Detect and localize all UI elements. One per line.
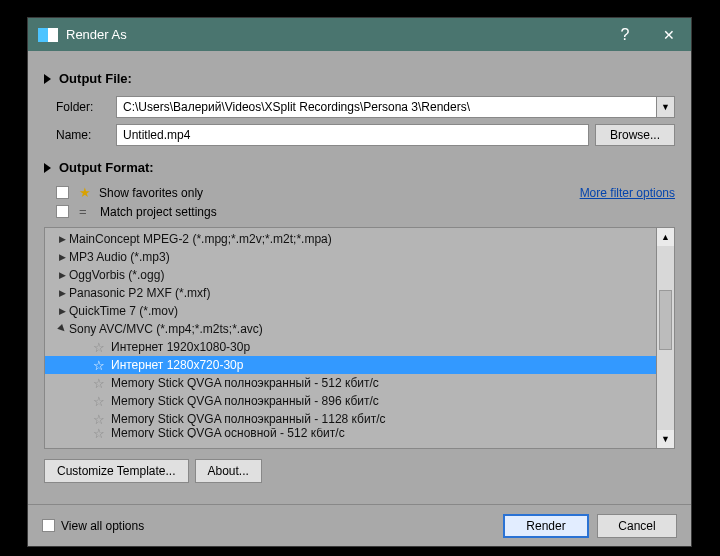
more-filter-link[interactable]: More filter options [580,186,675,200]
output-format-heading: Output Format: [59,160,154,175]
output-file-heading: Output File: [59,71,132,86]
name-input[interactable] [116,124,589,146]
scrollbar[interactable]: ▲ ▼ [656,228,674,448]
star-outline-icon: ☆ [93,412,105,427]
preset-item-selected[interactable]: ☆Интернет 1280x720-30p [45,356,656,374]
output-file-section: Output File: [44,71,675,86]
format-tree: ▶MainConcept MPEG-2 (*.mpg;*.m2v;*.m2t;*… [44,227,675,449]
collapse-icon[interactable] [44,163,51,173]
tree-item[interactable]: ▶MainConcept MPEG-2 (*.mpg;*.m2v;*.m2t;*… [45,230,656,248]
customize-template-button[interactable]: Customize Template... [44,459,189,483]
close-button[interactable]: ✕ [647,18,691,51]
preset-item[interactable]: ☆Memory Stick QVGA полноэкранный - 512 к… [45,374,656,392]
match-icon: = [79,204,92,219]
scroll-thumb[interactable] [659,290,672,350]
preset-item[interactable]: ☆Memory Stick QVGA полноэкранный - 1128 … [45,410,656,428]
footer: View all options Render Cancel [28,504,691,546]
favorites-checkbox[interactable] [56,186,69,199]
app-icon [38,28,58,42]
star-icon: ★ [79,185,91,200]
output-format-section: Output Format: [44,160,675,175]
tree-item-expanded[interactable]: ▶Sony AVC/MVC (*.mp4;*.m2ts;*.avc) [45,320,656,338]
preset-item[interactable]: ☆Интернет 1920x1080-30p [45,338,656,356]
tree-item[interactable]: ▶QuickTime 7 (*.mov) [45,302,656,320]
window-title: Render As [66,27,603,42]
name-label: Name: [56,128,116,142]
browse-button[interactable]: Browse... [595,124,675,146]
render-button[interactable]: Render [503,514,589,538]
view-all-label: View all options [61,519,503,533]
folder-label: Folder: [56,100,116,114]
tree-item[interactable]: ▶Panasonic P2 MXF (*.mxf) [45,284,656,302]
render-as-dialog: Render As ? ✕ Output File: Folder: C:\Us… [27,17,692,547]
about-button[interactable]: About... [195,459,262,483]
help-button[interactable]: ? [603,18,647,51]
match-project-checkbox[interactable] [56,205,69,218]
folder-value: C:\Users\Валерий\Videos\XSplit Recording… [123,100,470,114]
favorites-label: Show favorites only [99,186,203,200]
match-project-label: Match project settings [100,205,217,219]
tree-item[interactable]: ▶OggVorbis (*.ogg) [45,266,656,284]
cancel-button[interactable]: Cancel [597,514,677,538]
view-all-checkbox[interactable] [42,519,55,532]
star-outline-icon: ☆ [93,428,105,438]
scroll-down-icon[interactable]: ▼ [657,430,674,448]
star-outline-icon: ☆ [93,340,105,355]
star-outline-icon: ☆ [93,376,105,391]
chevron-down-icon[interactable]: ▼ [656,97,674,117]
titlebar: Render As ? ✕ [28,18,691,51]
collapse-icon[interactable] [44,74,51,84]
scroll-up-icon[interactable]: ▲ [657,228,674,246]
star-outline-icon: ☆ [93,358,105,373]
preset-item[interactable]: ☆Memory Stick QVGA полноэкранный - 896 к… [45,392,656,410]
star-outline-icon: ☆ [93,394,105,409]
tree-item[interactable]: ▶MP3 Audio (*.mp3) [45,248,656,266]
folder-combo[interactable]: C:\Users\Валерий\Videos\XSplit Recording… [116,96,675,118]
preset-item[interactable]: ☆Memory Stick QVGA основной - 512 кбит/с [45,428,656,438]
